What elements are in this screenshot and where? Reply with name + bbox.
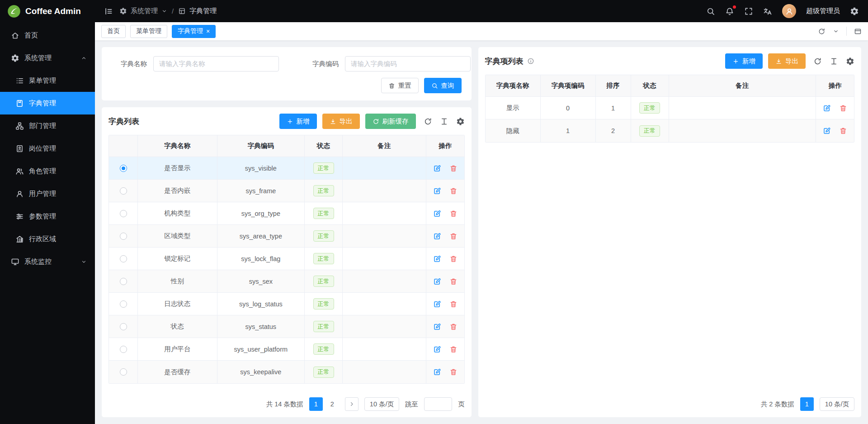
- sidebar-item-home[interactable]: 首页: [0, 24, 95, 47]
- dict-item-row-1[interactable]: 隐藏 1 2 正常: [486, 119, 854, 142]
- edit-icon[interactable]: [823, 127, 831, 135]
- page-size-select[interactable]: 10 条/页: [364, 397, 399, 411]
- sidebar-item-param-management[interactable]: 参数管理: [0, 205, 95, 228]
- sidebar-item-system-monitor[interactable]: 系统监控: [0, 250, 95, 273]
- export-dict-item-button[interactable]: 导出: [768, 53, 806, 69]
- delete-icon[interactable]: [449, 277, 458, 286]
- edit-icon[interactable]: [433, 164, 441, 172]
- table-refresh-icon[interactable]: [424, 117, 432, 126]
- edit-icon[interactable]: [433, 368, 441, 376]
- remark-cell: [343, 315, 426, 338]
- edit-icon[interactable]: [433, 187, 441, 195]
- sidebar-item-post-management[interactable]: 岗位管理: [0, 137, 95, 160]
- dict-row-sys_lock_flag[interactable]: 锁定标记 sys_lock_flag 正常: [109, 248, 464, 270]
- jump-page-input[interactable]: [424, 397, 452, 411]
- row-radio[interactable]: [120, 323, 127, 330]
- avatar[interactable]: [782, 4, 796, 18]
- edit-icon[interactable]: [433, 210, 441, 218]
- dict-row-sys_keepalive[interactable]: 是否缓存 sys_keepalive 正常: [109, 361, 464, 383]
- delete-icon[interactable]: [449, 187, 458, 195]
- row-radio[interactable]: [120, 187, 127, 195]
- row-radio[interactable]: [120, 368, 127, 376]
- sidebar-item-role-management[interactable]: 角色管理: [0, 160, 95, 182]
- delete-icon[interactable]: [839, 127, 847, 135]
- query-button[interactable]: 查询: [424, 78, 462, 93]
- dict-item-row-0[interactable]: 显示 0 1 正常: [486, 97, 854, 119]
- row-radio[interactable]: [120, 278, 127, 285]
- dict-row-sys_sex[interactable]: 性别 sys_sex 正常: [109, 270, 464, 293]
- edit-icon[interactable]: [433, 345, 441, 353]
- row-radio[interactable]: [120, 210, 127, 217]
- column-settings-icon[interactable]: [440, 117, 448, 126]
- delete-icon[interactable]: [449, 368, 458, 376]
- edit-icon[interactable]: [433, 255, 441, 263]
- page-size-select[interactable]: 10 条/页: [820, 397, 854, 411]
- edit-icon[interactable]: [823, 104, 831, 112]
- delete-icon[interactable]: [449, 255, 458, 263]
- add-dict-item-button[interactable]: 新增: [725, 53, 763, 69]
- chevron-down-icon[interactable]: [161, 8, 167, 14]
- export-dict-button[interactable]: 导出: [322, 114, 360, 129]
- delete-icon[interactable]: [449, 300, 458, 308]
- edit-icon[interactable]: [433, 277, 441, 286]
- dict-code-input[interactable]: [345, 56, 471, 71]
- sidebar-item-dict-management[interactable]: 字典管理: [0, 92, 95, 114]
- dict-row-sys_log_status[interactable]: 日志状态 sys_log_status 正常: [109, 293, 464, 315]
- delete-icon[interactable]: [449, 164, 458, 172]
- fullscreen-icon[interactable]: [744, 7, 753, 16]
- tab-options-chevron-icon[interactable]: [833, 28, 839, 34]
- row-radio[interactable]: [120, 233, 127, 240]
- dict-row-sys_visible[interactable]: 是否显示 sys_visible 正常: [109, 157, 464, 180]
- current-user-name[interactable]: 超级管理员: [806, 7, 840, 15]
- translate-icon[interactable]: [763, 7, 772, 16]
- delete-icon[interactable]: [449, 345, 458, 353]
- delete-icon[interactable]: [839, 104, 847, 112]
- row-radio[interactable]: [120, 165, 127, 172]
- row-radio[interactable]: [120, 300, 127, 308]
- dict-row-sys_status[interactable]: 状态 sys_status 正常: [109, 315, 464, 338]
- page-button-2[interactable]: 2: [326, 397, 339, 411]
- dict-row-sys_org_type[interactable]: 机构类型 sys_org_type 正常: [109, 202, 464, 225]
- delete-icon[interactable]: [449, 323, 458, 331]
- content-fullscreen-icon[interactable]: [854, 28, 862, 35]
- tab-home[interactable]: 首页: [101, 25, 126, 38]
- refresh-page-icon[interactable]: [818, 28, 826, 35]
- table-settings-icon[interactable]: [846, 57, 854, 66]
- tab-dict-management[interactable]: 字典管理 ×: [172, 25, 216, 38]
- reset-button[interactable]: 重置: [381, 78, 419, 93]
- edit-icon[interactable]: [433, 300, 441, 308]
- dict-row-sys_user_platform[interactable]: 用户平台 sys_user_platform 正常: [109, 338, 464, 361]
- tab-close-icon[interactable]: ×: [206, 28, 210, 34]
- settings-gear-icon[interactable]: [850, 7, 859, 16]
- breadcrumb-parent[interactable]: 系统管理: [131, 7, 158, 15]
- row-radio[interactable]: [120, 346, 127, 353]
- sidebar-item-admin-region[interactable]: 行政区域: [0, 228, 95, 250]
- edit-icon[interactable]: [433, 232, 441, 240]
- collapse-sidebar-icon[interactable]: [104, 7, 113, 16]
- info-icon[interactable]: [527, 57, 534, 65]
- row-radio[interactable]: [120, 255, 127, 262]
- sidebar-item-system-management[interactable]: 系统管理: [0, 47, 95, 69]
- sidebar-item-dept-management[interactable]: 部门管理: [0, 114, 95, 137]
- delete-icon[interactable]: [449, 232, 458, 240]
- add-dict-button[interactable]: 新增: [279, 114, 317, 129]
- search-icon[interactable]: [706, 7, 715, 16]
- table-refresh-icon[interactable]: [813, 57, 822, 66]
- edit-icon[interactable]: [433, 323, 441, 331]
- dict-name-input[interactable]: [153, 56, 279, 71]
- table-settings-icon[interactable]: [456, 117, 465, 126]
- delete-icon[interactable]: [449, 210, 458, 218]
- sidebar-item-menu-management[interactable]: 菜单管理: [0, 69, 95, 92]
- refresh-cache-button[interactable]: 刷新缓存: [365, 114, 416, 129]
- notifications-button[interactable]: [725, 7, 734, 16]
- dict-row-sys_frame[interactable]: 是否内嵌 sys_frame 正常: [109, 180, 464, 202]
- grid-icon: [178, 7, 186, 15]
- page-button-1[interactable]: 1: [309, 397, 323, 411]
- sidebar-item-user-management[interactable]: 用户管理: [0, 182, 95, 205]
- dict-row-sys_area_type[interactable]: 区域类型 sys_area_type 正常: [109, 225, 464, 248]
- next-page-button[interactable]: [345, 397, 359, 411]
- dict-code-cell: sys_keepalive: [217, 361, 305, 383]
- column-settings-icon[interactable]: [830, 57, 838, 66]
- tab-menu-management[interactable]: 菜单管理: [130, 25, 167, 38]
- page-button-1[interactable]: 1: [800, 397, 814, 411]
